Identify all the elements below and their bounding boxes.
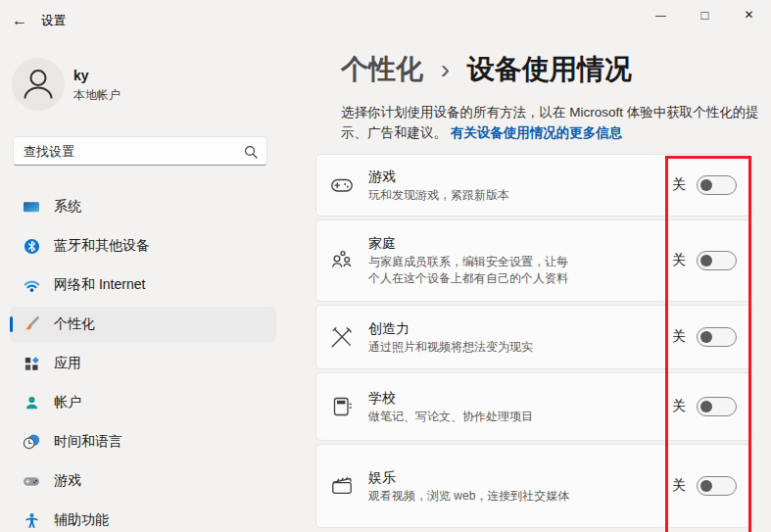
time-language-icon <box>23 433 40 451</box>
window-controls: — □ ✕ <box>639 0 771 29</box>
row-gaming: 游戏 玩和发现游戏，紧跟新版本 关 <box>315 154 752 217</box>
sidebar-item-accounts[interactable]: 帐户 <box>10 385 276 420</box>
row-title: 家庭 <box>368 234 672 253</box>
row-description: 做笔记、写论文、协作处理项目 <box>368 409 576 425</box>
titlebar: ← 设置 — □ ✕ <box>0 0 771 39</box>
creativity-toggle[interactable] <box>697 327 737 347</box>
row-creativity: 创造力 通过照片和视频将想法变为现实 关 <box>315 305 752 369</box>
entertainment-icon <box>330 474 354 498</box>
breadcrumb: 个性化 › 设备使用情况 <box>341 51 632 88</box>
family-toggle[interactable] <box>697 251 737 270</box>
sidebar-item-accessibility[interactable]: 辅助功能 <box>10 503 276 532</box>
toggle-state-label: 关 <box>672 328 686 346</box>
sidebar-item-label: 应用 <box>54 355 81 372</box>
row-description: 玩和发现游戏，紧跟新版本 <box>368 187 576 204</box>
back-button[interactable]: ← <box>5 7 34 34</box>
breadcrumb-parent[interactable]: 个性化 <box>341 54 423 84</box>
row-title: 娱乐 <box>368 468 672 487</box>
school-icon <box>330 395 354 418</box>
sidebar-item-personalization[interactable]: 个性化 <box>10 307 276 342</box>
accessibility-icon <box>23 511 40 529</box>
learn-more-link[interactable]: 有关设备使用情况的更多信息 <box>451 125 623 140</box>
avatar <box>12 58 65 111</box>
close-button[interactable]: ✕ <box>727 0 771 29</box>
network-icon <box>23 276 40 294</box>
sidebar-item-system[interactable]: 系统 <box>10 189 276 224</box>
row-description: 观看视频，浏览 web，连接到社交媒体 <box>368 488 576 505</box>
row-title: 学校 <box>368 389 672 408</box>
page-description: 选择你计划使用设备的所有方法，以在 Microsoft 体验中获取个性化的提示、… <box>341 102 768 143</box>
minimize-icon: — <box>655 9 666 21</box>
toggle-knob <box>700 331 712 343</box>
toggle-knob <box>700 255 712 266</box>
close-icon: ✕ <box>744 8 753 22</box>
search-box <box>13 136 267 166</box>
profile-name: ky <box>73 68 89 83</box>
sidebar-item-bluetooth-devices[interactable]: 蓝牙和其他设备 <box>10 228 276 264</box>
creativity-icon <box>330 325 354 349</box>
toggle-state-label: 关 <box>672 252 686 269</box>
toggle-knob <box>700 401 712 412</box>
apps-icon <box>23 355 40 372</box>
search-icon <box>244 145 258 159</box>
toggle-knob <box>700 179 712 191</box>
sidebar-item-gaming[interactable]: 游戏 <box>10 463 276 499</box>
sidebar-item-label: 帐户 <box>54 394 81 411</box>
school-toggle[interactable] <box>697 397 737 416</box>
device-usage-list: 游戏 玩和发现游戏，紧跟新版本 关 家庭 与家庭成员联系，编辑安全设置，让每个人… <box>315 154 752 528</box>
toggle-knob <box>700 480 712 492</box>
entertainment-toggle[interactable] <box>697 476 737 496</box>
page-title: 设备使用情况 <box>467 54 632 84</box>
row-title: 游戏 <box>368 168 672 186</box>
row-description: 通过照片和视频将想法变为现实 <box>368 339 576 356</box>
gaming-icon <box>23 472 40 490</box>
bluetooth-icon <box>23 237 40 255</box>
accounts-icon <box>23 394 40 411</box>
sidebar-item-label: 系统 <box>54 198 81 216</box>
sidebar-nav: 系统 蓝牙和其他设备 网络和 Internet 个性化 <box>10 189 276 532</box>
profile-account-type: 本地帐户 <box>73 87 120 104</box>
breadcrumb-separator-icon: › <box>441 54 450 84</box>
search-input[interactable] <box>14 137 266 165</box>
sidebar-item-network-internet[interactable]: 网络和 Internet <box>10 267 276 303</box>
sidebar-item-label: 时间和语言 <box>54 433 122 451</box>
row-school: 学校 做笔记、写论文、协作处理项目 关 <box>315 372 752 441</box>
window-title: 设置 <box>41 13 66 29</box>
selected-indicator <box>10 316 13 332</box>
personalization-icon <box>23 315 40 333</box>
account-profile[interactable]: ky 本地帐户 <box>12 58 286 113</box>
gamepad-icon <box>330 173 354 197</box>
minimize-button[interactable]: — <box>639 0 683 29</box>
sidebar-item-label: 个性化 <box>54 315 95 333</box>
gaming-toggle[interactable] <box>697 175 737 195</box>
row-entertainment: 娱乐 观看视频，浏览 web，连接到社交媒体 关 <box>315 444 752 528</box>
toggle-state-label: 关 <box>672 398 686 415</box>
back-arrow-icon: ← <box>12 12 27 29</box>
sidebar-item-label: 游戏 <box>54 472 81 490</box>
sidebar-item-time-language[interactable]: 时间和语言 <box>10 424 276 459</box>
row-description: 与家庭成员联系，编辑安全设置，让每个人在这个设备上都有自己的个人资料 <box>368 254 576 287</box>
sidebar-item-label: 蓝牙和其他设备 <box>54 237 150 255</box>
system-icon <box>23 198 40 216</box>
row-family: 家庭 与家庭成员联系，编辑安全设置，让每个人在这个设备上都有自己的个人资料 关 <box>315 219 752 302</box>
sidebar-item-apps[interactable]: 应用 <box>10 346 276 381</box>
sidebar-item-label: 网络和 Internet <box>54 276 145 294</box>
maximize-icon: □ <box>701 8 709 23</box>
maximize-button[interactable]: □ <box>683 0 727 29</box>
toggle-state-label: 关 <box>672 176 686 194</box>
sidebar-item-label: 辅助功能 <box>54 511 109 529</box>
family-icon <box>330 249 354 272</box>
row-title: 创造力 <box>368 319 672 338</box>
toggle-state-label: 关 <box>672 477 686 495</box>
